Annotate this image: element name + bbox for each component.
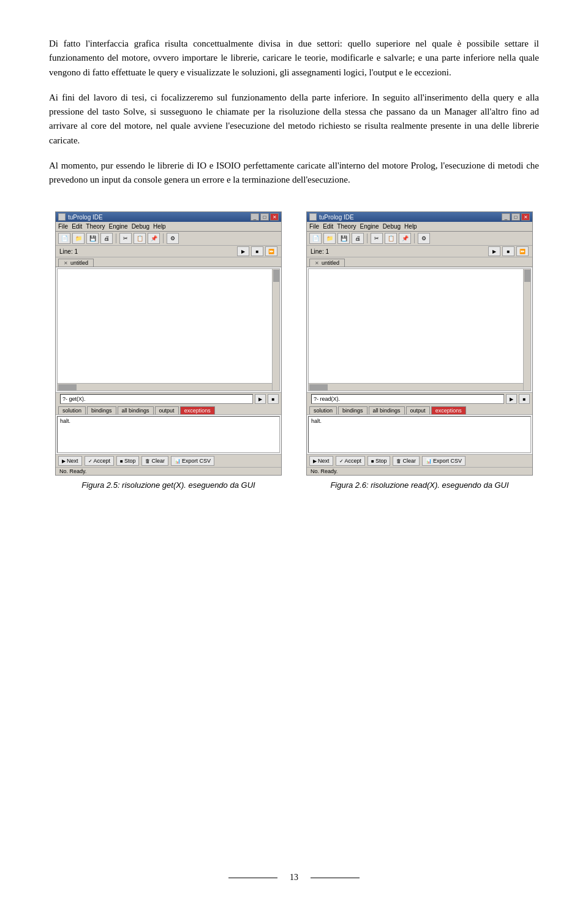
export-icon-2: 📊 <box>426 458 432 464</box>
result-tab-output-2[interactable]: output <box>406 406 430 414</box>
toolbar-sep-1b <box>163 233 164 243</box>
menu-edit-2[interactable]: Edit <box>323 223 333 230</box>
menu-engine-2[interactable]: Engine <box>360 223 379 230</box>
ide-result-tabs-1: solution bindings all bindings output ex… <box>56 405 281 415</box>
ide-scrollbar-h-thumb-2[interactable] <box>309 384 328 390</box>
ide-query-bar-1: ▶ ■ <box>56 392 281 405</box>
ide-scrollbar-v-thumb-2[interactable] <box>524 270 530 282</box>
toolbar-copy-1[interactable]: 📋 <box>134 233 146 244</box>
ide-toolbar-2: 📄 📁 💾 🖨 ✂ 📋 📌 ⚙ <box>307 232 532 246</box>
toolbar-save-2[interactable]: 💾 <box>337 233 350 244</box>
ide-close-btn-2[interactable]: ✕ <box>521 213 530 221</box>
toolbar-paste-1[interactable]: 📌 <box>148 233 160 244</box>
ide-query-run-btn-1[interactable]: ▶ <box>255 394 266 404</box>
ide-stop-btn-2[interactable]: ■ Stop <box>368 456 390 466</box>
result-tab-exceptions-2[interactable]: exceptions <box>431 406 466 414</box>
ide-clear-btn-2[interactable]: 🗑 Clear <box>393 456 420 466</box>
result-tab-allbindings-1[interactable]: all bindings <box>118 406 154 414</box>
ide-export-btn-1[interactable]: 📊 Export CSV <box>171 456 214 466</box>
ide-next-btn-1[interactable]: ▶ Next <box>58 456 82 466</box>
ide-query-bar-2: ▶ ■ <box>307 392 532 405</box>
ide-accept-btn-2[interactable]: ✓ Accept <box>336 456 366 466</box>
ide-accept-btn-1[interactable]: ✓ Accept <box>85 456 115 466</box>
result-tab-solution-1[interactable]: solution <box>58 406 86 414</box>
result-tab-output-1[interactable]: output <box>155 406 179 414</box>
status-btn-2b[interactable]: ■ <box>502 246 514 256</box>
ide-maximize-btn-2[interactable]: □ <box>511 213 520 221</box>
ide-stop-btn-1[interactable]: ■ Stop <box>116 456 139 466</box>
status-btn-2a[interactable]: ▶ <box>488 246 500 256</box>
ide-next-btn-2[interactable]: ▶ Next <box>309 456 333 466</box>
status-btn-2c[interactable]: ⏩ <box>516 246 529 256</box>
ide-titlebar-controls-2: _ □ ✕ <box>502 213 530 221</box>
toolbar-cut-2[interactable]: ✂ <box>371 233 383 244</box>
menu-help-2[interactable]: Help <box>404 223 417 230</box>
ide-query-input-1[interactable] <box>60 394 253 404</box>
ide-titlebar-left-1: tuProlog IDE <box>58 213 103 221</box>
toolbar-save-1[interactable]: 💾 <box>86 233 99 244</box>
menu-edit-1[interactable]: Edit <box>72 223 82 230</box>
ide-line-indicator-2: Line: 1 <box>311 248 329 255</box>
accept-label-1: Accept <box>94 458 111 464</box>
toolbar-copy-2[interactable]: 📋 <box>385 233 397 244</box>
ide-export-btn-2[interactable]: 📊 Export CSV <box>422 456 466 466</box>
ide-query-stop-btn-2[interactable]: ■ <box>519 394 530 404</box>
toolbar-print-1[interactable]: 🖨 <box>100 233 113 244</box>
clear-label-2: Clear <box>402 458 416 464</box>
ide-status-bottom-2: No. Ready. <box>307 467 532 475</box>
menu-engine-1[interactable]: Engine <box>108 223 127 230</box>
toolbar-open-2[interactable]: 📁 <box>323 233 336 244</box>
ide-tab-close-icon-2[interactable]: ✕ <box>315 260 319 266</box>
ide-tab-untitled-1[interactable]: ✕ untitled <box>58 259 94 267</box>
result-tab-exceptions-1[interactable]: exceptions <box>180 406 215 414</box>
menu-theory-2[interactable]: Theory <box>337 223 356 230</box>
ide-clear-btn-1[interactable]: 🗑 Clear <box>141 456 168 466</box>
ide-close-btn-1[interactable]: ✕ <box>270 213 279 221</box>
toolbar-open-1[interactable]: 📁 <box>72 233 85 244</box>
result-tab-allbindings-2[interactable]: all bindings <box>369 406 405 414</box>
toolbar-paste-2[interactable]: 📌 <box>399 233 411 244</box>
next-icon-2: ▶ <box>313 458 317 464</box>
result-tab-bindings-2[interactable]: bindings <box>338 406 368 414</box>
ide-app-icon-1 <box>58 213 66 221</box>
toolbar-new-1[interactable]: 📄 <box>58 233 70 244</box>
toolbar-cut-1[interactable]: ✂ <box>119 233 132 244</box>
ide-tab-label-2: untitled <box>322 260 339 266</box>
ide-scrollbar-h-1[interactable] <box>58 383 272 390</box>
ide-query-stop-btn-1[interactable]: ■ <box>268 394 279 404</box>
toolbar-new-2[interactable]: 📄 <box>309 233 322 244</box>
menu-file-1[interactable]: File <box>58 223 68 230</box>
result-tab-solution-2[interactable]: solution <box>309 406 337 414</box>
menu-file-2[interactable]: File <box>309 223 319 230</box>
ide-minimize-btn-2[interactable]: _ <box>502 213 510 221</box>
ide-editor-2[interactable] <box>308 268 531 391</box>
ide-tab-untitled-2[interactable]: ✕ untitled <box>309 259 345 267</box>
ide-maximize-btn-1[interactable]: □ <box>260 213 269 221</box>
status-btn-1b[interactable]: ■ <box>251 246 263 256</box>
ide-scrollbar-h-thumb-1[interactable] <box>58 384 77 390</box>
toolbar-extra-1[interactable]: ⚙ <box>167 233 179 244</box>
ide-scrollbar-v-thumb-1[interactable] <box>273 270 279 282</box>
ide-scrollbar-h-2[interactable] <box>309 383 523 390</box>
ide-tab-close-icon-1[interactable]: ✕ <box>64 260 68 266</box>
clear-icon-2: 🗑 <box>396 458 401 464</box>
accept-label-2: Accept <box>345 458 362 464</box>
menu-debug-2[interactable]: Debug <box>383 223 401 230</box>
toolbar-extra-2[interactable]: ⚙ <box>418 233 430 244</box>
status-btn-1a[interactable]: ▶ <box>237 246 249 256</box>
ide-scrollbar-v-2[interactable] <box>523 269 530 390</box>
status-btn-1c[interactable]: ⏩ <box>265 246 277 256</box>
figures-row: tuProlog IDE _ □ ✕ File Edit Theory Engi… <box>49 211 539 490</box>
ide-editor-1[interactable] <box>57 268 280 391</box>
ide-scrollbar-v-1[interactable] <box>272 269 279 390</box>
ide-minimize-btn-1[interactable]: _ <box>251 213 259 221</box>
menu-theory-1[interactable]: Theory <box>86 223 105 230</box>
result-tab-bindings-1[interactable]: bindings <box>87 406 116 414</box>
toolbar-print-2[interactable]: 🖨 <box>352 233 364 244</box>
ide-query-input-2[interactable] <box>311 394 504 404</box>
menu-debug-1[interactable]: Debug <box>132 223 149 230</box>
ide-status-bottom-1: No. Ready. <box>56 467 281 475</box>
ide-query-run-btn-2[interactable]: ▶ <box>506 394 517 404</box>
ide-tabs-1: ✕ untitled <box>56 257 281 267</box>
menu-help-1[interactable]: Help <box>153 223 166 230</box>
